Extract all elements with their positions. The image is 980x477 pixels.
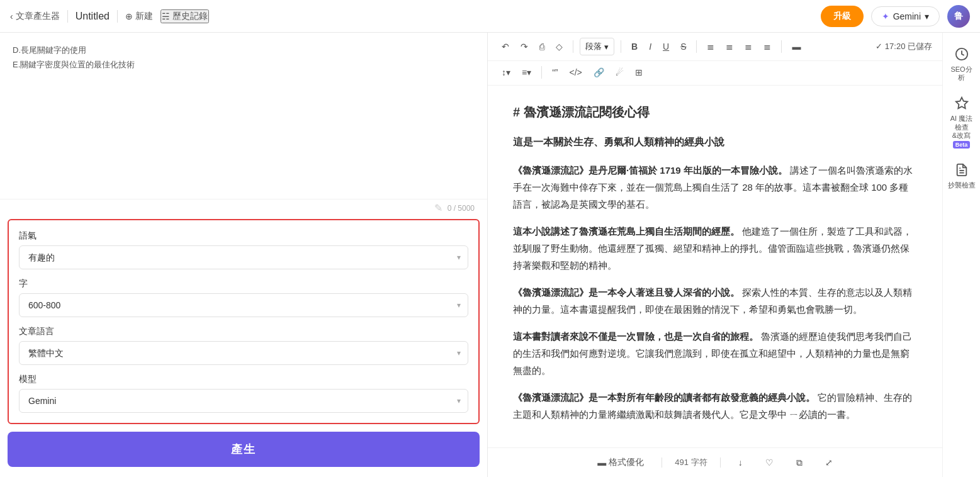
insert-card-button[interactable]: ▬	[788, 39, 804, 54]
content-subtitle: 這是一本關於生存、勇氣和人類精神的經典小說	[513, 133, 917, 152]
editor-panel: ↶ ↷ ⎙ ◇ 段落 ▾ B I U S ≣ ≣ ≣ ≣ ▬	[488, 33, 942, 477]
plagiarism-label: 抄襲檢查	[948, 181, 976, 189]
heart-icon: ♡	[765, 457, 774, 468]
back-label: 文章產生器	[16, 11, 60, 22]
text-align-button[interactable]: ≡▾	[518, 65, 535, 80]
paragraph-chevron-icon: ▾	[604, 42, 609, 52]
model-select-wrapper: Gemini GPT-4 Claude ▾	[19, 389, 468, 413]
code-button[interactable]: </>	[566, 65, 586, 80]
quote-button[interactable]: “”	[548, 65, 561, 80]
back-button[interactable]: ‹ 文章產生器	[10, 11, 60, 22]
length-select[interactable]: 600-800 400-600 800-1000 1000-1200	[19, 293, 468, 317]
generate-button[interactable]: 產生	[8, 432, 480, 467]
topbar: ‹ 文章產生器 Untitled ⊕ 新建 ☵ 歷史記錄 升級 ✦ Gemini…	[0, 0, 980, 33]
content-para3: 《魯濱遜漂流記》是一本令人著迷且發人深省的小說。 探索人性的本質、生存的意志以及…	[513, 284, 917, 318]
model-label: 模型	[19, 374, 468, 385]
ai-label: AI 魔法檢查&改寫	[948, 115, 976, 140]
length-field: 字 600-800 400-600 800-1000 1000-1200 ▾	[19, 278, 468, 317]
underline-button[interactable]: U	[659, 39, 673, 54]
seo-label: SEO分析	[948, 65, 976, 82]
right-sidebar: SEO分析 AI 魔法檢查&改寫 Beta	[942, 33, 980, 477]
gemini-button[interactable]: ✦ Gemini ▾	[871, 6, 940, 26]
plagiarism-button[interactable]: 抄襲檢查	[945, 156, 978, 194]
statusbar-sep2	[720, 457, 721, 468]
format-optimize-button[interactable]: ▬ 格式優化	[592, 454, 649, 471]
gemini-star-icon: ✦	[882, 11, 889, 21]
left-panel: D.長尾關鍵字的使用 E.關鍵字密度與位置的最佳化技術 ✎ 0 / 5000 語…	[0, 33, 488, 477]
right-area: ↶ ↷ ⎙ ◇ 段落 ▾ B I U S ≣ ≣ ≣ ≣ ▬	[488, 33, 980, 477]
content-para5: 《魯濱遜漂流記》是一本對所有年齡段的讀者都有啟發意義的經典小說。 它的冒險精神、…	[513, 389, 917, 423]
tone-field: 語氣 有趣的 正式的 輕鬆的 專業的 ▾	[19, 230, 468, 269]
history-label: 歷史記錄	[172, 11, 208, 22]
align-right-button[interactable]: ≣	[741, 39, 756, 54]
copy-format-button[interactable]: ⎙	[536, 39, 548, 54]
share-icon: ⤢	[825, 457, 833, 468]
line-height-button[interactable]: ↕​▾	[498, 65, 514, 80]
like-button[interactable]: ♡	[760, 455, 779, 470]
model-field: 模型 Gemini GPT-4 Claude ▾	[19, 374, 468, 413]
toolbar-row1: ↶ ↷ ⎙ ◇ 段落 ▾ B I U S ≣ ≣ ≣ ≣ ▬	[488, 33, 942, 61]
content-para2: 這本小說講述了魯濱遜在荒島上獨自生活期間的經歷。 他建造了一個住所，製造了工具和…	[513, 223, 917, 274]
upgrade-button[interactable]: 升級	[821, 6, 864, 27]
align-center-button[interactable]: ≣	[722, 39, 737, 54]
italic-button[interactable]: I	[645, 39, 655, 54]
clear-format-button[interactable]: ◇	[552, 39, 566, 54]
language-field: 文章語言 繁體中文 簡體中文 English 日本語 ▾	[19, 326, 468, 365]
char-counter: 0 / 5000	[448, 204, 475, 213]
char-count: 491 字符	[675, 457, 707, 468]
toolbar-sep5	[541, 66, 542, 79]
outline-line-d: D.長尾關鍵字的使用	[13, 43, 475, 57]
language-select[interactable]: 繁體中文 簡體中文 English 日本語	[19, 341, 468, 365]
statusbar-sep1	[662, 457, 662, 468]
download-button[interactable]: ↓	[733, 455, 748, 470]
fullscreen-button[interactable]: ⊞	[631, 65, 646, 80]
gemini-label: Gemini	[893, 11, 921, 21]
tone-label: 語氣	[19, 230, 468, 242]
length-label: 字	[19, 278, 468, 289]
content-para4: 這本書對讀者來說不僅是一次冒險，也是一次自省的旅程。 魯濱遜的經歷迫使我們思考我…	[513, 328, 917, 379]
copy-button[interactable]: ⧉	[791, 455, 808, 471]
outline-area: D.長尾關鍵字的使用 E.關鍵字密度與位置的最佳化技術	[0, 33, 487, 199]
ai-check-button[interactable]: AI 魔法檢查&改寫 Beta	[945, 89, 978, 154]
image-button[interactable]: ☄	[612, 65, 628, 80]
topbar-divider2	[117, 10, 118, 23]
redo-button[interactable]: ↷	[517, 39, 532, 54]
undo-button[interactable]: ↶	[498, 39, 513, 54]
bold-button[interactable]: B	[628, 39, 641, 54]
new-label: 新建	[135, 11, 153, 22]
link-button[interactable]: 🔗	[590, 65, 608, 80]
language-label: 文章語言	[19, 326, 468, 337]
content-para1: 《魯濱遜漂流記》是丹尼爾·笛福於 1719 年出版的一本冒險小說。 講述了一個名…	[513, 162, 917, 213]
history-icon: ☵	[162, 11, 170, 21]
align-justify-button[interactable]: ≣	[760, 39, 775, 54]
document-title[interactable]: Untitled	[76, 11, 110, 22]
model-select[interactable]: Gemini GPT-4 Claude	[19, 389, 468, 413]
main-layout: D.長尾關鍵字的使用 E.關鍵字密度與位置的最佳化技術 ✎ 0 / 5000 語…	[0, 33, 980, 477]
toolbar-sep1	[573, 40, 573, 53]
format-optimize-label: 格式優化	[609, 457, 644, 468]
ai-check-icon	[953, 94, 971, 112]
plagiarism-icon	[953, 161, 971, 179]
tone-select[interactable]: 有趣的 正式的 輕鬆的 專業的	[19, 245, 468, 269]
language-select-wrapper: 繁體中文 簡體中文 English 日本語 ▾	[19, 341, 468, 365]
plus-icon: ⊕	[125, 11, 133, 21]
paragraph-select[interactable]: 段落 ▾	[580, 38, 614, 55]
copy-icon: ⧉	[796, 457, 803, 468]
format-icon: ▬	[597, 457, 606, 468]
editor-content[interactable]: # 魯濱遜漂流記閱後心得 這是一本關於生存、勇氣和人類精神的經典小說 《魯濱遜漂…	[488, 86, 942, 447]
share-button[interactable]: ⤢	[820, 455, 838, 470]
gemini-chevron-icon: ▾	[925, 11, 929, 21]
avatar[interactable]: 鲁	[947, 5, 970, 28]
length-select-wrapper: 600-800 400-600 800-1000 1000-1200 ▾	[19, 293, 468, 317]
seo-analysis-button[interactable]: SEO分析	[945, 40, 978, 87]
align-left-button[interactable]: ≣	[703, 39, 718, 54]
history-button[interactable]: ☵ 歷史記錄	[161, 9, 209, 23]
counter-area: ✎ 0 / 5000	[0, 199, 487, 219]
new-button[interactable]: ⊕ 新建	[125, 11, 153, 22]
back-icon: ‹	[10, 11, 13, 21]
strikethrough-button[interactable]: S	[677, 39, 690, 54]
save-status: ✓ 17:20 已儲存	[876, 41, 932, 52]
topbar-left: ‹ 文章產生器 Untitled ⊕ 新建 ☵ 歷史記錄	[10, 9, 209, 23]
toolbar-sep2	[621, 40, 621, 53]
toolbar-sep3	[696, 40, 697, 53]
